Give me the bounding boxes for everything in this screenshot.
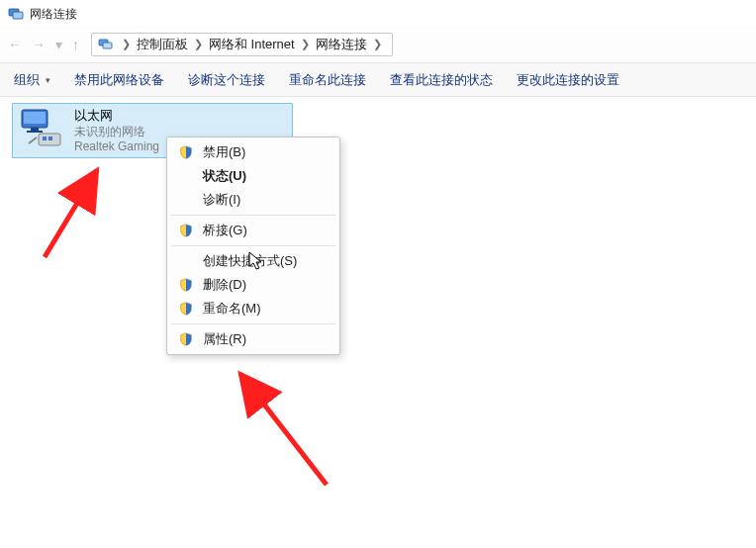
toolbar-change-settings[interactable]: 更改此连接的设置	[517, 71, 619, 89]
chevron-right-icon: ❯	[190, 38, 207, 50]
app-icon	[8, 6, 24, 22]
svg-rect-3	[103, 43, 112, 48]
adapter-name: 以太网	[74, 108, 159, 124]
history-dropdown[interactable]: ▾	[55, 38, 62, 51]
adapter-device: Realtek Gaming	[74, 139, 159, 153]
chevron-down-icon: ▾	[46, 75, 50, 85]
shield-icon	[177, 330, 195, 348]
ctx-create-shortcut[interactable]: 创建快捷方式(S)	[169, 249, 337, 273]
chevron-right-icon: ❯	[297, 38, 314, 50]
adapter-status: 未识别的网络	[74, 125, 159, 138]
ctx-rename-label: 重命名(M)	[203, 300, 261, 318]
chevron-right-icon: ❯	[118, 38, 135, 50]
toolbar-view-status[interactable]: 查看此连接的状态	[390, 71, 493, 89]
ctx-delete[interactable]: 删除(D)	[169, 273, 337, 297]
up-button[interactable]: ↑	[72, 38, 79, 51]
chevron-right-icon: ❯	[369, 38, 386, 50]
shield-icon	[177, 222, 195, 239]
network-adapter-icon	[19, 108, 66, 151]
separator	[171, 323, 335, 324]
breadcrumb-item-control-panel[interactable]: 控制面板	[135, 36, 190, 53]
ctx-bridge[interactable]: 桥接(G)	[169, 219, 337, 242]
toolbar-rename[interactable]: 重命名此连接	[289, 71, 366, 89]
ctx-create-shortcut-label: 创建快捷方式(S)	[203, 252, 297, 270]
address-bar: ← → ▾ ↑ ❯ 控制面板 ❯ 网络和 Internet ❯ 网络连接 ❯	[0, 26, 756, 63]
svg-line-11	[29, 137, 37, 143]
toolbar-organize[interactable]: 组织 ▾	[14, 71, 50, 89]
ctx-disable[interactable]: 禁用(B)	[169, 140, 337, 164]
breadcrumb-item-network-internet[interactable]: 网络和 Internet	[207, 36, 297, 53]
ctx-properties-label: 属性(R)	[203, 330, 246, 348]
forward-button[interactable]: →	[32, 38, 46, 51]
ctx-diagnose-label: 诊断(I)	[203, 191, 240, 209]
svg-rect-10	[48, 137, 52, 140]
ctx-diagnose[interactable]: 诊断(I)	[169, 188, 337, 212]
command-bar: 组织 ▾ 禁用此网络设备 诊断这个连接 重命名此连接 查看此连接的状态 更改此连…	[0, 63, 756, 97]
toolbar-diagnose[interactable]: 诊断这个连接	[188, 71, 265, 89]
toolbar-disable-device[interactable]: 禁用此网络设备	[74, 71, 164, 89]
back-button[interactable]: ←	[8, 38, 22, 51]
window-title: 网络连接	[30, 6, 77, 23]
shield-icon	[177, 143, 195, 161]
breadcrumb-box[interactable]: ❯ 控制面板 ❯ 网络和 Internet ❯ 网络连接 ❯	[91, 33, 393, 56]
adapter-text: 以太网 未识别的网络 Realtek Gaming	[74, 108, 159, 153]
svg-rect-9	[43, 137, 47, 140]
svg-rect-7	[27, 131, 43, 133]
svg-rect-1	[13, 12, 23, 19]
ctx-status[interactable]: 状态(U)	[169, 164, 337, 188]
svg-rect-6	[31, 128, 39, 131]
separator	[171, 215, 335, 216]
ctx-bridge-label: 桥接(G)	[203, 222, 247, 239]
nav-buttons: ← → ▾ ↑	[8, 38, 79, 51]
titlebar: 网络连接	[0, 0, 756, 26]
svg-rect-5	[24, 112, 46, 124]
separator	[171, 245, 335, 246]
ctx-disable-label: 禁用(B)	[203, 143, 245, 161]
ctx-status-label: 状态(U)	[203, 167, 246, 185]
shield-icon	[177, 276, 195, 294]
content-area: 以太网 未识别的网络 Realtek Gaming 禁用(B) 状态(U) 诊断…	[0, 97, 756, 548]
context-menu: 禁用(B) 状态(U) 诊断(I) 桥接(G) 创建快捷方式(S) 删除(D)	[166, 137, 340, 355]
breadcrumb-item-network-connections[interactable]: 网络连接	[314, 36, 369, 53]
location-icon	[98, 37, 114, 52]
ctx-properties[interactable]: 属性(R)	[169, 327, 337, 351]
shield-icon	[177, 300, 195, 318]
ctx-delete-label: 删除(D)	[203, 276, 246, 294]
ctx-rename[interactable]: 重命名(M)	[169, 297, 337, 320]
